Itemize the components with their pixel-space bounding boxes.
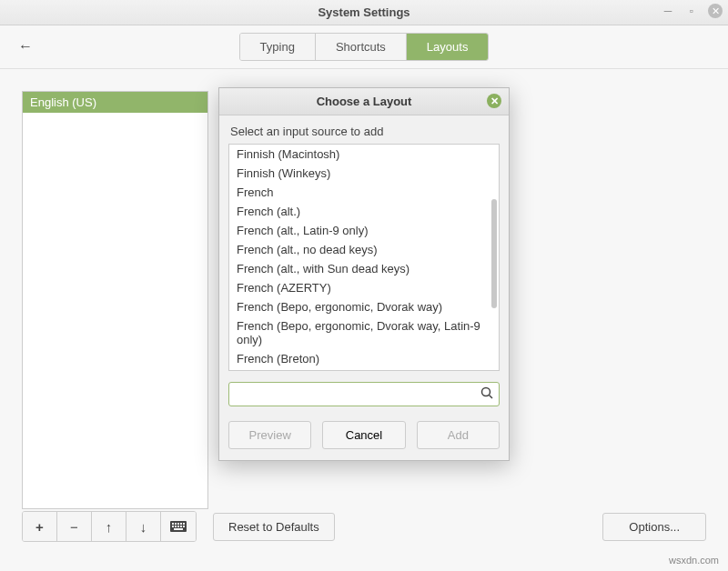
reset-defaults-button[interactable]: Reset to Defaults bbox=[213, 513, 335, 541]
list-item[interactable]: French (Bepo, ergonomic, Dvorak way, Lat… bbox=[229, 316, 499, 349]
svg-rect-5 bbox=[183, 523, 185, 525]
list-item[interactable]: French (Breton) bbox=[229, 349, 499, 368]
layout-item-selected[interactable]: English (US) bbox=[23, 92, 207, 113]
search-icon[interactable] bbox=[480, 386, 493, 402]
svg-rect-6 bbox=[172, 526, 174, 527]
svg-rect-9 bbox=[180, 526, 182, 527]
watermark: wsxdn.com bbox=[669, 555, 719, 566]
svg-rect-4 bbox=[180, 523, 182, 525]
options-button[interactable]: Options... bbox=[602, 513, 706, 541]
titlebar: System Settings ─ ▫ ✕ bbox=[0, 0, 728, 25]
dialog-close-icon[interactable]: ✕ bbox=[487, 94, 501, 108]
svg-rect-11 bbox=[174, 528, 183, 530]
dialog-title: Choose a Layout bbox=[317, 95, 412, 108]
input-source-list[interactable]: Finnish (Macintosh) Finnish (Winkeys) Fr… bbox=[228, 144, 500, 371]
svg-rect-8 bbox=[177, 526, 179, 527]
move-up-button[interactable]: ↑ bbox=[92, 512, 126, 541]
list-item[interactable]: French bbox=[229, 183, 499, 202]
tab-layouts[interactable]: Layouts bbox=[407, 34, 489, 60]
window-title: System Settings bbox=[318, 5, 410, 19]
search-field-wrap[interactable] bbox=[228, 382, 500, 406]
layout-action-buttons: + − ↑ ↓ bbox=[22, 511, 197, 542]
dialog-titlebar: Choose a Layout ✕ bbox=[219, 88, 509, 115]
list-item[interactable]: Finnish (Macintosh) bbox=[229, 145, 499, 164]
choose-layout-dialog: Choose a Layout ✕ Select an input source… bbox=[218, 87, 510, 461]
tab-shortcuts[interactable]: Shortcuts bbox=[316, 34, 407, 60]
cancel-button[interactable]: Cancel bbox=[322, 421, 405, 449]
list-item[interactable]: French (Bepo, ergonomic, Dvorak way) bbox=[229, 297, 499, 316]
tab-group: Typing Shortcuts Layouts bbox=[239, 33, 490, 61]
dialog-instruction: Select an input source to add bbox=[230, 125, 500, 138]
window-controls: ─ ▫ ✕ bbox=[661, 4, 723, 18]
back-button[interactable]: ← bbox=[18, 38, 33, 55]
list-item[interactable]: Finnish (Winkeys) bbox=[229, 164, 499, 183]
list-item[interactable]: French (alt.) bbox=[229, 202, 499, 221]
move-down-button[interactable]: ↓ bbox=[126, 512, 161, 541]
bottom-bar: + − ↑ ↓ Reset to Defaults Options... bbox=[22, 511, 706, 542]
close-icon[interactable]: ✕ bbox=[708, 4, 723, 18]
add-button[interactable]: Add bbox=[417, 421, 500, 449]
search-input[interactable] bbox=[235, 387, 480, 401]
svg-rect-1 bbox=[172, 523, 174, 525]
svg-rect-10 bbox=[183, 526, 185, 527]
installed-layouts-list[interactable]: English (US) bbox=[22, 91, 208, 509]
tab-typing[interactable]: Typing bbox=[240, 34, 316, 60]
list-item[interactable]: French (alt., Latin-9 only) bbox=[229, 221, 499, 240]
dialog-button-row: Preview Cancel Add bbox=[228, 421, 500, 449]
list-item[interactable]: French (alt., no dead keys) bbox=[229, 240, 499, 259]
list-item[interactable]: French (alt., with Sun dead keys) bbox=[229, 259, 499, 278]
svg-line-13 bbox=[490, 396, 493, 399]
maximize-icon[interactable]: ▫ bbox=[684, 4, 699, 18]
minimize-icon[interactable]: ─ bbox=[661, 4, 675, 18]
svg-rect-2 bbox=[175, 523, 177, 525]
svg-rect-7 bbox=[175, 526, 177, 527]
remove-layout-button[interactable]: − bbox=[57, 512, 92, 541]
dialog-body: Select an input source to add Finnish (M… bbox=[219, 115, 509, 460]
toolbar: ← Typing Shortcuts Layouts bbox=[0, 25, 728, 69]
scrollbar-thumb[interactable] bbox=[491, 199, 497, 308]
add-layout-button[interactable]: + bbox=[23, 512, 57, 541]
preview-button[interactable]: Preview bbox=[228, 421, 311, 449]
list-item[interactable]: French (AZERTY) bbox=[229, 278, 499, 297]
svg-point-12 bbox=[482, 388, 490, 396]
svg-rect-3 bbox=[177, 523, 179, 525]
keyboard-icon[interactable] bbox=[161, 512, 196, 541]
